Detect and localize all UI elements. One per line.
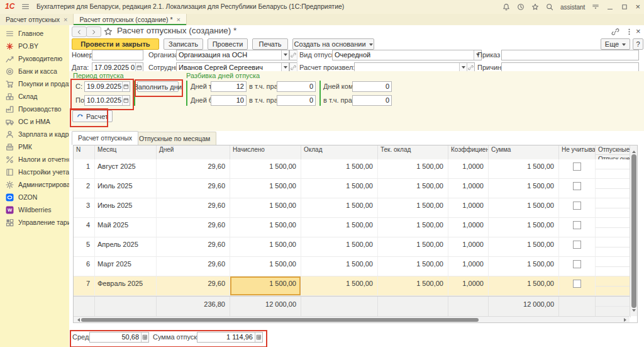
horizontal-scrollbar[interactable] — [74, 316, 630, 322]
cell-coefficient[interactable]: 1,0000 — [448, 257, 489, 276]
tab-raschet-otpusknyh[interactable]: Расчет отпускных × — [0, 14, 74, 25]
cell-salary[interactable]: 1 500,00 — [301, 237, 378, 256]
post-and-close-button[interactable]: Провести и закрыть — [72, 38, 159, 50]
favorite-star-icon[interactable] — [104, 27, 113, 36]
column-header-exclude[interactable]: Не учитывать — [559, 145, 596, 159]
cell-n[interactable]: 7 — [74, 276, 95, 295]
cell-vacation_account[interactable] — [596, 237, 630, 256]
scroll-left-icon[interactable] — [75, 318, 80, 322]
back-button[interactable] — [72, 26, 87, 37]
sidebar-item-os-i-nma[interactable]: ОС и НМА — [0, 115, 69, 128]
sidebar-item-upravlenie-tarifom[interactable]: Управление тарифом — [0, 216, 69, 229]
cell-exclude[interactable] — [559, 179, 596, 198]
cell-amount[interactable]: 1 500,00 — [489, 179, 559, 198]
column-header-current_salary[interactable]: Тек. оклад — [378, 145, 448, 159]
cell-current_salary[interactable]: 1 500,00 — [378, 237, 448, 256]
period-to-input[interactable]: 10.10.2025 — [84, 95, 130, 106]
cell-n[interactable]: 2 — [74, 179, 95, 198]
print-button[interactable]: Печать — [252, 38, 288, 50]
cell-current_salary[interactable]: 1 500,00 — [378, 257, 448, 276]
period-from-input[interactable]: 19.09.2025 — [84, 81, 130, 92]
cell-vacation_account[interactable] — [596, 198, 630, 217]
cell-exclude[interactable] — [559, 276, 596, 295]
scroll-up-icon[interactable] — [632, 149, 636, 153]
cell-amount[interactable]: 1 500,00 — [489, 276, 559, 295]
sidebar-item-nalogi[interactable]: Налоги и отчетность — [0, 153, 69, 166]
number-input[interactable] — [92, 50, 143, 60]
main-menu-icon[interactable] — [21, 3, 30, 11]
cell-month[interactable]: Август 2025 — [95, 159, 157, 178]
cell-current_salary[interactable]: 1 500,00 — [378, 159, 448, 178]
cell-accrued[interactable]: 1 500,00 — [230, 218, 301, 237]
cell-days[interactable]: 29,60 — [157, 218, 230, 237]
save-button[interactable]: Записать — [164, 38, 203, 50]
table-row[interactable]: 4Май 202529,601 500,001 500,001 500,001,… — [74, 218, 630, 237]
cell-accrued[interactable]: 1 500,00 — [230, 198, 301, 217]
column-header-days[interactable]: Дней — [157, 145, 230, 159]
average-input[interactable]: 50,68 — [89, 332, 149, 343]
service-menu-icon[interactable] — [592, 3, 599, 11]
table-row[interactable]: 2Июль 202529,601 500,001 500,001 500,001… — [74, 179, 630, 198]
cell-month[interactable]: Март 2025 — [95, 257, 157, 276]
cell-amount[interactable]: 1 500,00 — [489, 159, 559, 178]
cell-amount[interactable]: 1 500,00 — [489, 218, 559, 237]
column-header-vacation_account[interactable]: Отпускные за счОтпуск очередно — [596, 145, 630, 159]
cell-coefficient[interactable]: 1,0000 — [448, 179, 489, 198]
days-next-input[interactable]: 10 — [211, 95, 247, 106]
cell-accrued[interactable]: 1 500,00 — [230, 237, 301, 256]
cell-month[interactable]: Апрель 2025 — [95, 237, 157, 256]
cell-vacation_account[interactable] — [596, 276, 630, 295]
scroll-right-icon[interactable] — [624, 318, 628, 322]
sidebar-item-pokupki-i-prodazhi[interactable]: Покупки и продажи — [0, 77, 69, 90]
cell-coefficient[interactable]: 1,0000 — [448, 237, 489, 256]
cell-n[interactable]: 3 — [74, 198, 95, 217]
cell-current_salary[interactable]: 1 500,00 — [378, 276, 448, 295]
cell-salary[interactable]: 1 500,00 — [301, 218, 378, 237]
cell-n[interactable]: 5 — [74, 237, 95, 256]
incl-holidays3-input[interactable]: 0 — [352, 95, 392, 106]
scroll-down-icon[interactable] — [632, 309, 636, 314]
cell-accrued[interactable]: 1 500,00 — [230, 257, 301, 276]
more-menu-icon[interactable] — [625, 28, 633, 36]
table-row[interactable]: 1Август 202529,601 500,001 500,001 500,0… — [74, 159, 630, 179]
cell-coefficient[interactable]: 1,0000 — [448, 218, 489, 237]
page-tab-otpusknye-po-mesyacam[interactable]: Отпускные по месяцам — [133, 132, 216, 145]
cell-month[interactable]: Июнь 2025 — [95, 198, 157, 217]
vertical-scrollbar[interactable] — [630, 145, 637, 316]
cell-coefficient[interactable]: 1,0000 — [448, 276, 489, 295]
cell-days[interactable]: 29,60 — [157, 198, 230, 217]
cell-amount[interactable]: 1 500,00 — [489, 198, 559, 217]
column-header-amount[interactable]: Сумма — [489, 145, 559, 159]
sidebar-item-nastroyki-ucheta[interactable]: Настройки учета — [0, 166, 69, 178]
cell-month[interactable]: Июль 2025 — [95, 179, 157, 198]
cell-month[interactable]: Февраль 2025 — [95, 276, 157, 295]
cell-n[interactable]: 1 — [74, 159, 95, 178]
order-no-input[interactable] — [501, 50, 639, 60]
post-button[interactable]: Провести — [208, 38, 248, 50]
cell-current_salary[interactable]: 1 500,00 — [378, 218, 448, 237]
cell-coefficient[interactable]: 1,0000 — [448, 198, 489, 217]
cell-days[interactable]: 29,60 — [157, 237, 230, 256]
cell-exclude[interactable] — [559, 237, 596, 256]
cell-vacation_account[interactable] — [596, 257, 630, 276]
column-header-n[interactable]: N — [74, 145, 95, 159]
maximize-icon[interactable] — [621, 3, 628, 11]
sidebar-item-rmk[interactable]: РМК — [0, 140, 69, 153]
cell-amount[interactable]: 1 500,00 — [489, 257, 559, 276]
forward-button[interactable] — [86, 26, 101, 37]
horizontal-scroll-thumb[interactable] — [81, 318, 479, 322]
cell-days[interactable]: 29,60 — [157, 276, 230, 295]
column-header-coefficient[interactable]: Коэффициент — [448, 145, 489, 159]
table-row[interactable]: 5Апрель 202529,601 500,001 500,001 500,0… — [74, 237, 630, 257]
tab-close-icon[interactable]: × — [176, 16, 180, 23]
exclude-checkbox[interactable] — [573, 162, 581, 171]
tab-raschet-otpusknyh-sozdanie[interactable]: Расчет отпускных (создание) * × — [74, 14, 186, 25]
cell-days[interactable]: 29,60 — [157, 159, 230, 178]
exclude-checkbox[interactable] — [573, 202, 581, 210]
sidebar-item-proizvodstvo[interactable]: Производство — [0, 103, 69, 115]
cell-salary[interactable]: 1 500,00 — [301, 276, 378, 295]
create-based-on-button[interactable]: Создать на основании — [292, 38, 374, 50]
cell-salary[interactable]: 1 500,00 — [301, 257, 378, 276]
get-link-icon[interactable] — [611, 28, 619, 36]
calculate-button[interactable]: Расчет — [72, 110, 113, 122]
